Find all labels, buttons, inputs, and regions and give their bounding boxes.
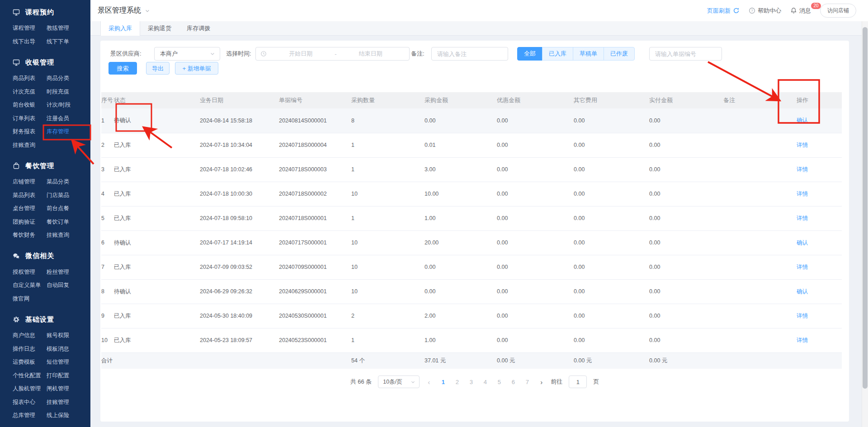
add-order-button[interactable]: + 新增单据 [175,62,218,75]
sidebar-item[interactable]: 注册会员 [47,112,90,126]
prev-page-button[interactable]: ‹ [426,378,432,386]
sidebar-item[interactable]: 订单列表 [13,112,47,126]
sidebar-item[interactable]: 微官网 [13,292,47,306]
monitor-icon [13,59,20,66]
page-size-select[interactable]: 10条/页 [378,375,420,388]
action-link[interactable]: 详情 [797,166,808,173]
sidebar-item[interactable]: 总库管理 [13,409,47,422]
sidebar-item[interactable]: 菜品列表 [13,189,47,202]
sidebar-item[interactable]: 模板消息 [47,343,90,356]
table-cell: 2024-07-09 09:03:52 [200,255,279,279]
sidebar-item[interactable]: 打印配置 [47,369,90,383]
tab[interactable]: 采购入库 [100,21,140,36]
sidebar-item[interactable]: 桌台管理 [13,202,47,216]
sidebar-item[interactable]: 线上保险 [47,409,90,422]
sidebar-item[interactable]: 商品分类 [47,72,90,85]
sidebar-item[interactable]: 粉丝管理 [47,266,90,279]
sidebar-item[interactable]: 计次充值 [13,85,47,99]
status-filter-button[interactable]: 已入库 [542,47,573,61]
page-number[interactable]: 1 [438,379,448,385]
sidebar-item[interactable]: 课程管理 [13,22,47,35]
visit-shop-button[interactable]: 访问店铺 [820,4,856,18]
status-filter-button[interactable]: 草稿单 [573,47,604,61]
tab[interactable]: 库存调拨 [179,21,218,36]
column-header: 序号 [101,92,114,108]
sidebar-item[interactable]: 挂账查询 [47,229,90,242]
page-number[interactable]: 4 [480,379,490,385]
table-cell: 0.00 [497,108,574,133]
action-link[interactable]: 详情 [797,142,808,148]
sidebar-item[interactable]: 团购验证 [13,216,47,229]
sidebar-item[interactable]: 商品列表 [13,72,47,85]
date-range-picker[interactable]: 开始日期 - 结束日期 [255,47,410,61]
sidebar-item[interactable]: 时段充值 [47,85,90,99]
search-button[interactable]: 搜索 [108,62,137,75]
topbar-actions: 页面刷新 ? 帮助中心 消息 20 访问店铺 [707,0,856,21]
page-refresh-button[interactable]: 页面刷新 [707,7,740,15]
gear-icon [13,316,20,323]
messages-button[interactable]: 消息 20 [790,7,811,15]
sidebar-item[interactable]: 财务报表 [13,125,47,139]
scrollbar-thumb[interactable] [863,27,868,389]
table-row: 2已入库2024-07-18 10:34:0420240718S00000410… [101,133,842,157]
sidebar-item[interactable]: 闸机管理 [47,382,90,396]
tab[interactable]: 采购退货 [140,21,179,36]
action-link[interactable]: 详情 [797,313,808,319]
sidebar-item[interactable]: 餐饮财务 [13,229,47,242]
sidebar-item[interactable]: 授权管理 [13,266,47,279]
table-cell: 10 [101,328,114,352]
sidebar-item[interactable]: 人脸机管理 [13,382,47,396]
status-filter-button[interactable]: 已作废 [604,47,635,61]
sidebar-item[interactable]: 个性化配置 [13,369,47,383]
sidebar-item[interactable]: 线下出导 [13,35,47,49]
action-link[interactable]: 详情 [797,337,808,343]
supplier-label: 景区供应商: [110,47,142,61]
page-number[interactable]: 3 [466,379,476,385]
action-link[interactable]: 详情 [797,264,808,270]
supplier-select[interactable]: 本商户 [154,47,220,61]
next-page-button[interactable]: › [538,378,544,386]
page-number[interactable]: 6 [508,379,518,385]
table-cell: 5 [101,206,114,230]
table-cell [723,328,797,352]
sidebar-item[interactable]: 自动回复 [47,279,90,292]
goto-page-input[interactable] [569,375,587,388]
action-link[interactable]: 详情 [797,191,808,197]
help-center-button[interactable]: ? 帮助中心 [749,7,781,15]
sidebar-item[interactable]: 自定义菜单 [13,279,47,292]
action-link[interactable]: 详情 [797,215,808,221]
supplier-value: 本商户 [160,50,178,58]
sidebar-item[interactable]: 菜品分类 [47,175,90,189]
sidebar-item[interactable]: 运费模板 [13,356,47,369]
sidebar-item[interactable]: 挂账管理 [47,396,90,409]
sidebar-item[interactable]: 计次/时段 [47,99,90,112]
sidebar-item[interactable]: 门店菜品 [47,189,90,202]
sidebar-item[interactable]: 报表中心 [13,396,47,409]
sidebar-item[interactable]: 餐饮订单 [47,216,90,229]
page-number[interactable]: 5 [494,379,504,385]
sidebar-item[interactable]: 操作日志 [13,343,47,356]
sidebar-item[interactable]: 账号权限 [47,329,90,343]
app-title[interactable]: 景区管理系统 [98,0,150,21]
sidebar-item[interactable]: 短信管理 [47,356,90,369]
action-link[interactable]: 确认 [797,288,808,295]
sidebar-item[interactable]: 库存管理 [47,125,90,139]
export-button[interactable]: 导出 [146,62,170,75]
page-number[interactable]: 2 [452,379,462,385]
page-number[interactable]: 7 [522,379,532,385]
sidebar-item[interactable]: 前台点餐 [47,202,90,216]
sidebar-item[interactable]: 线下下单 [47,35,90,49]
column-header: 采购数量 [351,92,425,108]
sidebar-item[interactable]: 挂账查询 [13,139,47,152]
sidebar-item[interactable]: 教练管理 [47,22,90,35]
sidebar-section-title-text: 餐饮管理 [25,162,54,170]
action-link[interactable]: 确认 [797,117,808,123]
sidebar-item[interactable]: 前台收银 [13,99,47,112]
sidebar-item[interactable]: 商户信息 [13,329,47,343]
scrollbar-track[interactable] [862,21,868,427]
action-link[interactable]: 确认 [797,239,808,246]
remark-input[interactable] [432,47,508,60]
sidebar-item[interactable]: 店铺管理 [13,175,47,189]
status-filter-button[interactable]: 全部 [517,47,542,61]
order-no-input[interactable] [650,47,722,60]
